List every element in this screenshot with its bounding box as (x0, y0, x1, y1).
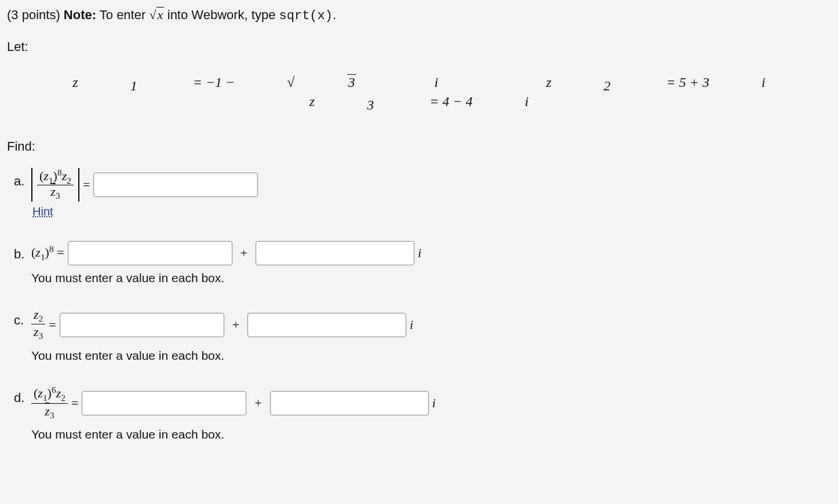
part-a-num: (z1)8z2 (37, 168, 74, 185)
part-d-num: (z1)6z2 (31, 385, 68, 403)
part-a-den: z3 (37, 185, 74, 202)
part-d-plus: + (254, 396, 261, 411)
part-b-help: You must enter a value in each box. (31, 271, 831, 285)
part-d-imag-input[interactable] (270, 391, 429, 415)
hint-link[interactable]: Hint (32, 205, 53, 218)
part-b-i: i (418, 246, 421, 261)
part-a-eq: = (83, 177, 90, 192)
part-d-eq: = (71, 396, 78, 411)
part-c-imag-input[interactable] (247, 313, 406, 337)
part-a: a. (z1)8z2 z3 = Hint (31, 168, 831, 219)
part-b-imag-input[interactable] (256, 241, 414, 265)
abs-wrapper: (z1)8z2 z3 (31, 168, 79, 202)
part-d-help: You must enter a value in each box. (31, 428, 831, 441)
part-b-real-input[interactable] (68, 241, 232, 265)
part-b-marker: b. (14, 247, 24, 262)
part-d-marker: d. (14, 390, 24, 406)
part-d-real-input[interactable] (82, 391, 246, 415)
note-code: sqrt(x) (279, 9, 333, 23)
part-d-i: i (432, 396, 436, 411)
note-period: . (333, 8, 336, 22)
let-label: Let: (7, 36, 831, 57)
part-d: d. (z1)6z2 z3 = + i You must enter a val… (31, 385, 831, 441)
part-c: c. z2 z3 = + i You must enter a value in… (31, 307, 831, 363)
note-prefix: To enter (100, 8, 146, 22)
z2-def: z2 = 5 + 3i (520, 75, 791, 94)
part-d-den: z3 (31, 403, 68, 422)
part-c-marker: c. (14, 313, 24, 328)
problem-header: (3 points) Note: To enter √x into Webwor… (7, 5, 831, 26)
part-c-den: z3 (31, 324, 45, 342)
part-c-plus: + (232, 317, 239, 333)
part-b-lhs: (z1)8 = (31, 244, 64, 262)
points-label: (3 points) (7, 8, 60, 22)
given-values: z1 = −1 − √3i z2 = 5 + 3i z3 = 4 − 4i (7, 74, 831, 113)
note-label: Note: (64, 8, 96, 22)
part-a-input[interactable] (93, 173, 258, 197)
part-c-help: You must enter a value in each box. (31, 349, 831, 363)
part-c-i: i (410, 317, 413, 333)
z1-def: z1 = −1 − √3i (46, 74, 464, 94)
find-label: Find: (7, 136, 831, 156)
z3-def: z3 = 4 − 4i (283, 94, 555, 113)
part-a-marker: a. (14, 174, 24, 189)
note-mid: into Webwork, type (167, 8, 279, 22)
note-sqrt: √x (149, 8, 167, 22)
part-b-plus: + (241, 246, 247, 261)
part-c-eq: = (49, 317, 56, 333)
part-c-real-input[interactable] (60, 313, 224, 337)
part-b: b. (z1)8 = + i You must enter a value in… (31, 241, 831, 285)
part-c-num: z2 (31, 307, 45, 324)
